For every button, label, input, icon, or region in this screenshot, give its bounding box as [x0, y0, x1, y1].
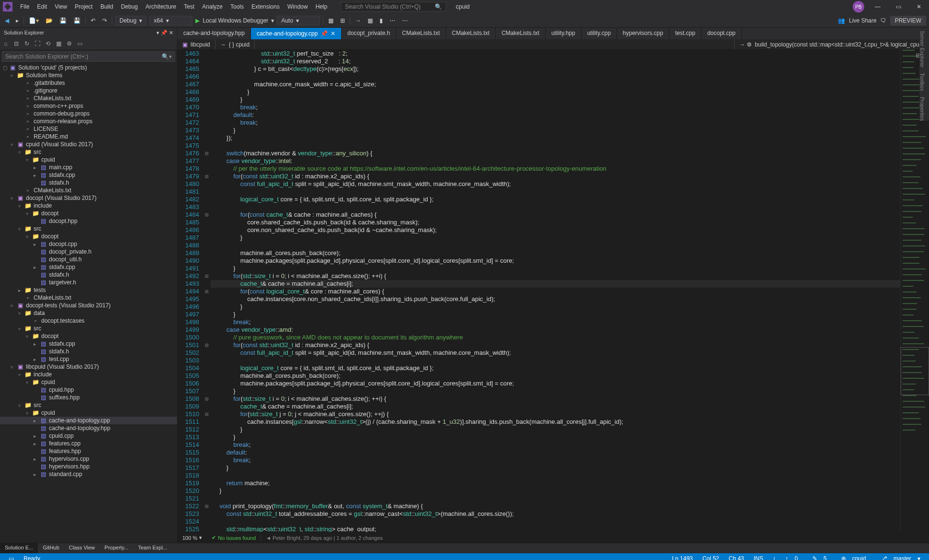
code-editor[interactable]: 1463146414651466146714681469147014711472…	[178, 50, 929, 532]
nav-back-button[interactable]: ◀	[3, 16, 11, 25]
tree-row[interactable]: ▿📁docopt	[0, 233, 177, 240]
tree-row[interactable]: ▿📁src	[0, 148, 177, 156]
open-button[interactable]: 📂	[44, 16, 55, 25]
tree-row[interactable]: ▫.gitattributes	[0, 79, 177, 87]
tree-row[interactable]: ▫common-debug.props	[0, 110, 177, 117]
tree-row[interactable]: ▿📁cpuid	[0, 156, 177, 163]
tree-row[interactable]: ▿📁src	[0, 401, 177, 409]
tree-row[interactable]: ▿▣docopt (Visual Studio 2017)	[0, 194, 177, 202]
tree-row[interactable]: ▤stdafx.h	[0, 271, 177, 279]
menu-tools[interactable]: Tools	[226, 1, 248, 12]
liveshare-icon[interactable]: 👥	[838, 17, 845, 24]
maximize-button[interactable]: ▭	[891, 1, 906, 12]
tree-row[interactable]: ▤docopt_util.h	[0, 256, 177, 263]
menu-view[interactable]: View	[51, 1, 71, 12]
tree-row[interactable]: ▤cpuid.hpp	[0, 386, 177, 394]
tree-row[interactable]: ▿📁include	[0, 202, 177, 210]
props-icon[interactable]: ⚙	[65, 40, 73, 47]
minimap[interactable]	[900, 50, 929, 532]
tree-row[interactable]: ▫README.md	[0, 133, 177, 140]
tree-row[interactable]: ▸📁tests	[0, 286, 177, 294]
status-pen[interactable]: ✎ 5	[808, 555, 836, 560]
preview-icon[interactable]: ▭	[76, 40, 83, 47]
tree-row[interactable]: ▿📁Solution Items	[0, 71, 177, 79]
tree-row[interactable]: ▿📁include	[0, 371, 177, 378]
menu-test[interactable]: Test	[180, 1, 198, 12]
tree-row[interactable]: ▿▣cpuid (Visual Studio 2017)	[0, 140, 177, 148]
tree-row[interactable]: ▤hypervisors.hpp	[0, 463, 177, 470]
status-up[interactable]: ↑ 0	[781, 555, 808, 560]
tree-row[interactable]: ▸▤cache-and-topology.cpp	[0, 417, 177, 424]
menu-architecture[interactable]: Architecture	[142, 1, 180, 12]
tree-row[interactable]: ▿📁src	[0, 225, 177, 233]
tree-row[interactable]: ▫CMakeLists.txt	[0, 187, 177, 194]
redo-button[interactable]: ↷	[100, 16, 109, 25]
tree-row[interactable]: ▸▤test.cpp	[0, 355, 177, 363]
minimize-button[interactable]: —	[870, 1, 885, 12]
tree-row[interactable]: ▤cache-and-topology.hpp	[0, 424, 177, 432]
menu-edit[interactable]: Edit	[33, 1, 51, 12]
zoom-dropdown[interactable]: 100 %▾	[178, 535, 207, 541]
tree-row[interactable]: ▤features.hpp	[0, 447, 177, 455]
panel-tab[interactable]: Team Expl...	[133, 543, 172, 553]
menu-build[interactable]: Build	[96, 1, 117, 12]
new-item-button[interactable]: 📄▾	[27, 16, 41, 25]
tb-icon-3[interactable]: →	[353, 16, 363, 25]
status-branch[interactable]: ⎇ master ▾	[876, 555, 925, 560]
tree-row[interactable]: ▸▤features.cpp	[0, 440, 177, 447]
sol-config-dropdown[interactable]: Auto▾	[277, 16, 320, 25]
menu-debug[interactable]: Debug	[117, 1, 142, 12]
editor-tab[interactable]: cache-and-topology.cpp 📌 ✕	[251, 28, 342, 39]
status-proj[interactable]: ⊕ cpuid	[836, 555, 876, 560]
tree-row[interactable]: ▢▣Solution 'cpuid' (5 projects)	[0, 64, 177, 71]
editor-tab[interactable]: test.cpp	[669, 28, 702, 39]
menu-window[interactable]: Window	[284, 1, 312, 12]
nav-namespace[interactable]: →{ } cpuid	[215, 39, 255, 49]
tree-row[interactable]: ▫CMakeLists.txt	[0, 94, 177, 102]
tree-row[interactable]: ▿📁src	[0, 325, 177, 332]
showall-icon[interactable]: ▦	[55, 40, 62, 47]
solexp-close-icon[interactable]: ✕	[169, 30, 173, 35]
tree-row[interactable]: ▤stdafx.h	[0, 179, 177, 187]
tree-row[interactable]: ▿📁cpuid	[0, 409, 177, 417]
tree-row[interactable]: ▸▤stdafx.cpp	[0, 263, 177, 271]
avatar[interactable]: PB	[853, 1, 864, 12]
panel-tab[interactable]: GitHub	[38, 543, 64, 553]
tree-row[interactable]: ▿▣docopt-tests (Visual Studio 2017)	[0, 302, 177, 309]
nav-function[interactable]: → ⚙build_topology(const std::map<std::ui…	[734, 39, 929, 49]
tree-row[interactable]: ▤docopt_private.h	[0, 248, 177, 256]
undo-button[interactable]: ↶	[89, 16, 97, 25]
solexp-dropdown-icon[interactable]: ▾	[156, 30, 159, 35]
global-search[interactable]: Search Visual Studio (Ctrl+Q) 🔍	[341, 2, 446, 12]
tree-row[interactable]: ▫common-c++.props	[0, 102, 177, 110]
tree-row[interactable]: ▫.gitignore	[0, 87, 177, 94]
tree-row[interactable]: ▿📁data	[0, 309, 177, 317]
tree-row[interactable]: ▸▤standard.cpp	[0, 470, 177, 478]
tb-icon-4[interactable]: ▦	[366, 16, 375, 25]
tree-row[interactable]: ▤stdafx.h	[0, 348, 177, 355]
tree-row[interactable]: ▤targetver.h	[0, 279, 177, 286]
tree-row[interactable]: ▸▤stdafx.cpp	[0, 171, 177, 179]
tree-row[interactable]: ▤suffixes.hpp	[0, 394, 177, 401]
tree-row[interactable]: ▿📁docopt	[0, 210, 177, 217]
editor-tab[interactable]: docopt_private.h	[342, 28, 396, 39]
menu-project[interactable]: Project	[71, 1, 96, 12]
collapse-icon[interactable]: ⊟	[12, 40, 20, 47]
tree-row[interactable]: ▸▤hypervisors.cpp	[0, 455, 177, 463]
refresh-icon[interactable]: ↻	[23, 40, 31, 47]
menu-file[interactable]: File	[16, 1, 33, 12]
tb-icon-1[interactable]: ▦	[326, 16, 335, 25]
home-icon[interactable]: ⌂	[2, 40, 10, 47]
tree-row[interactable]: ▿📁docopt	[0, 332, 177, 340]
start-debug-button[interactable]: ▶ Local Windows Debugger▾	[195, 17, 274, 24]
right-tool-rail[interactable]: Server ExplorerToolboxProperties	[919, 28, 929, 121]
tb-icon-6[interactable]: ⋯	[388, 16, 397, 25]
config-dropdown[interactable]: Debug▾	[115, 16, 146, 25]
liveshare-label[interactable]: Live Share	[849, 17, 876, 24]
tree-row[interactable]: ▫LICENSE	[0, 125, 177, 133]
tree-row[interactable]: ▸▤stdafx.cpp	[0, 340, 177, 348]
platform-dropdown[interactable]: x64▾	[149, 16, 192, 25]
tree-row[interactable]: ▤docopt.hpp	[0, 217, 177, 225]
tool-server-explorer[interactable]: Server Explorer	[919, 31, 929, 67]
tb-icon-5[interactable]: ▮	[378, 16, 385, 25]
